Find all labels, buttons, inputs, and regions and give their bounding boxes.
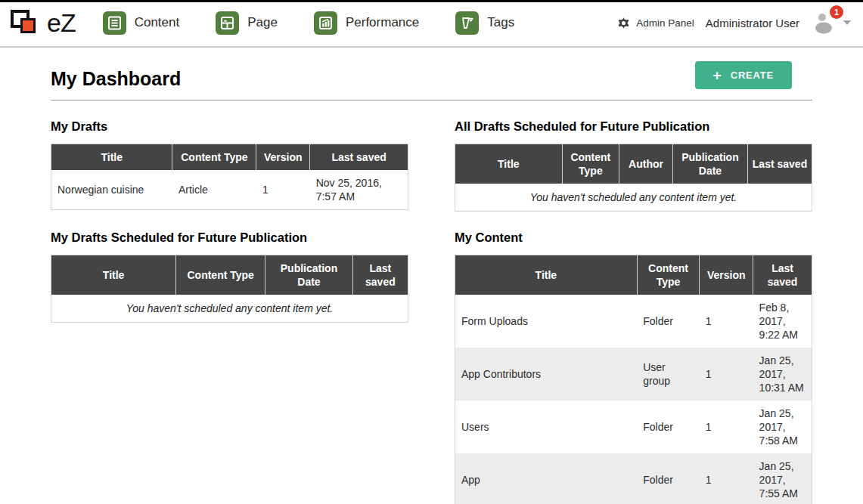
column-header: Version [700, 255, 753, 295]
plus-icon: + [713, 70, 722, 81]
empty-state-row: You haven't scheduled any content item y… [51, 295, 408, 323]
user-name: Administrator User [706, 17, 799, 29]
column-header: Content Type [562, 144, 619, 184]
column-header: Content Type [172, 144, 256, 171]
table-cell: Users [455, 400, 638, 453]
column-header: Last saved [310, 144, 408, 171]
table-cell: Feb 8, 2017, 9:22 AM [753, 295, 812, 348]
table-header-row: TitleContent TypeAuthorPublication DateL… [455, 144, 812, 184]
table-cell: Folder [637, 295, 700, 348]
column-header: Version [256, 144, 310, 171]
chevron-down-icon [843, 20, 851, 25]
column-header: Title [51, 144, 172, 171]
performance-icon [314, 11, 337, 35]
column-header: Title [455, 144, 563, 184]
table-cell: Jan 25, 2017, 7:55 AM [753, 453, 812, 504]
ez-logo-icon [11, 8, 45, 37]
dashboard-page: My Dashboard + CREATE My Drafts TitleCon… [0, 48, 863, 504]
gear-icon [617, 17, 630, 29]
widget-heading: My Drafts [51, 119, 408, 134]
table-cell: 1 [256, 170, 310, 210]
create-button-label: CREATE [731, 70, 774, 81]
nav-item-page[interactable]: Page [216, 11, 278, 35]
table-cell: 1 [700, 348, 753, 400]
table-row[interactable]: AppFolder1Jan 25, 2017, 7:55 AM [455, 453, 812, 504]
user-menu[interactable]: Administrator User 1 [706, 11, 851, 35]
my-drafts-scheduled-table: TitleContent TypePublication DateLast sa… [51, 255, 408, 323]
page-head: My Dashboard + CREATE [51, 48, 812, 100]
my-drafts-table: TitleContent TypeVersionLast saved Norwe… [51, 144, 408, 210]
ez-logo-text: eZ [47, 8, 76, 38]
tags-icon [455, 11, 479, 35]
nav-label: Tags [487, 15, 514, 30]
widget-my-drafts: My Drafts TitleContent TypeVersionLast s… [51, 100, 408, 212]
column-header: Last saved [753, 255, 812, 295]
table-cell: 1 [700, 400, 753, 453]
widget-my-drafts-scheduled: My Drafts Scheduled for Future Publicati… [51, 212, 408, 504]
content-icon [103, 11, 126, 35]
page-icon [216, 11, 239, 35]
widget-heading: My Content [455, 230, 812, 245]
my-content-table: TitleContent TypeVersionLast saved Form … [455, 255, 812, 504]
table-cell: Jan 25, 2017, 10:31 AM [753, 348, 812, 400]
column-header: Title [51, 255, 176, 295]
column-header: Publication Date [265, 255, 353, 295]
app-header: eZ Content Page Performance Tags [0, 2, 863, 43]
widget-heading: My Drafts Scheduled for Future Publicati… [51, 230, 408, 245]
table-cell: Folder [637, 453, 700, 504]
nav-item-tags[interactable]: Tags [455, 11, 514, 35]
table-cell: Folder [637, 400, 700, 453]
table-cell: App [455, 453, 638, 504]
table-cell: App Contributors [455, 348, 638, 400]
admin-panel-label: Admin Panel [636, 17, 694, 29]
widget-heading: All Drafts Scheduled for Future Publicat… [455, 119, 812, 134]
table-header-row: TitleContent TypePublication DateLast sa… [51, 255, 408, 295]
column-header: Title [455, 255, 638, 295]
widget-all-drafts-scheduled: All Drafts Scheduled for Future Publicat… [455, 100, 812, 212]
column-header: Content Type [176, 255, 265, 295]
column-header: Publication Date [672, 144, 747, 184]
nav-label: Page [247, 15, 278, 30]
table-header-row: TitleContent TypeVersionLast saved [51, 144, 408, 171]
notification-badge: 1 [830, 5, 843, 19]
column-header: Author [619, 144, 673, 184]
table-row[interactable]: Form UploadsFolder1Feb 8, 2017, 9:22 AM [455, 295, 812, 348]
nav-item-content[interactable]: Content [103, 11, 180, 35]
column-header: Last saved [352, 255, 408, 295]
nav-label: Performance [346, 15, 419, 30]
table-cell: Norwegian cuisine [51, 170, 172, 210]
column-header: Last saved [748, 144, 812, 184]
empty-state-message: You haven't scheduled any content item y… [455, 184, 812, 212]
table-row[interactable]: Norwegian cuisineArticle1Nov 25, 2016, 7… [51, 170, 408, 210]
table-cell: Form Uploads [455, 295, 638, 348]
table-cell: Jan 25, 2017, 7:58 AM [753, 400, 812, 453]
table-cell: 1 [700, 295, 753, 348]
nav-label: Content [135, 15, 180, 30]
main-nav: Content Page Performance Tags [103, 11, 551, 35]
avatar: 1 [812, 11, 837, 35]
empty-state-row: You haven't scheduled any content item y… [455, 184, 812, 212]
table-cell: Article [172, 170, 256, 210]
nav-item-performance[interactable]: Performance [314, 11, 419, 35]
admin-panel-link[interactable]: Admin Panel [617, 17, 694, 29]
table-cell: Nov 25, 2016, 7:57 AM [310, 170, 408, 210]
dashboard-grid: My Drafts TitleContent TypeVersionLast s… [51, 100, 812, 504]
table-cell: User group [637, 348, 700, 400]
empty-state-message: You haven't scheduled any content item y… [51, 295, 408, 323]
column-header: Content Type [637, 255, 700, 295]
ez-logo[interactable]: eZ [11, 8, 76, 38]
table-header-row: TitleContent TypeVersionLast saved [455, 255, 812, 295]
table-row[interactable]: UsersFolder1Jan 25, 2017, 7:58 AM [455, 400, 812, 453]
all-drafts-scheduled-table: TitleContent TypeAuthorPublication DateL… [455, 144, 812, 212]
create-button[interactable]: + CREATE [695, 61, 792, 89]
table-row[interactable]: App ContributorsUser group1Jan 25, 2017,… [455, 348, 812, 400]
table-cell: 1 [700, 453, 753, 504]
widget-my-content: My Content TitleContent TypeVersionLast … [455, 212, 812, 504]
